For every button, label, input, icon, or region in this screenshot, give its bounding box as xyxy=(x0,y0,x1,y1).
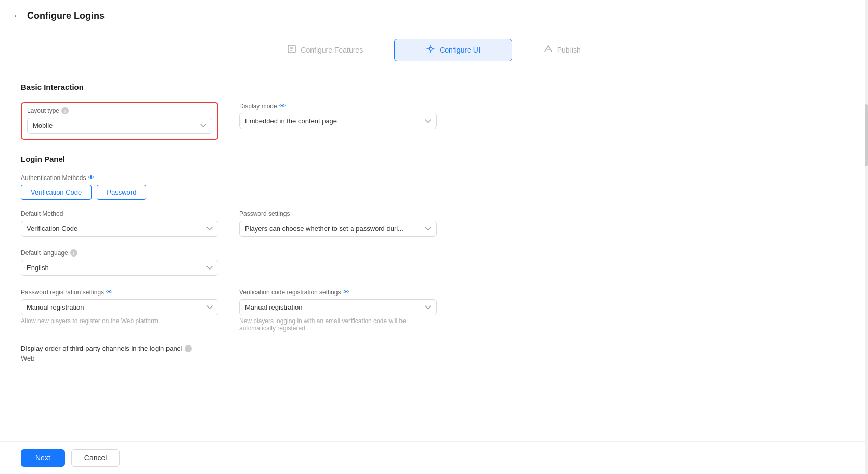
verification-registration-select[interactable]: Manual registration Automatic registrati… xyxy=(239,299,437,315)
default-method-select[interactable]: Verification Code Password xyxy=(21,221,218,237)
display-mode-group: Display mode 👁 Embedded in the content p… xyxy=(239,102,437,140)
default-language-select[interactable]: English Chinese French Spanish xyxy=(21,260,218,276)
next-button[interactable]: Next xyxy=(21,449,65,467)
auth-methods-buttons: Verification Code Password xyxy=(21,185,847,200)
password-registration-eye-icon[interactable]: 👁 xyxy=(106,288,113,296)
configure-ui-icon xyxy=(426,44,435,56)
password-settings-group: Password settings Players can choose whe… xyxy=(239,210,437,237)
password-registration-label: Password registration settings 👁 xyxy=(21,288,218,296)
step-configure-features[interactable]: Configure Features xyxy=(256,39,394,61)
header: ← Configure Logins xyxy=(0,0,868,30)
password-registration-select[interactable]: Manual registration Automatic registrati… xyxy=(21,299,218,315)
display-mode-select[interactable]: Embedded in the content page Popup Redir… xyxy=(239,113,437,129)
third-party-section: Display order of third-party channels in… xyxy=(21,344,847,362)
back-button[interactable]: ← xyxy=(12,10,22,21)
layout-type-group: Layout type i Mobile Desktop xyxy=(21,102,218,140)
default-language-label: Default language i xyxy=(21,249,218,257)
password-registration-helper: Allow new players to register on the Web… xyxy=(21,317,218,325)
password-button[interactable]: Password xyxy=(97,185,146,200)
basic-interaction-title: Basic Interaction xyxy=(21,83,847,92)
third-party-label: Display order of third-party channels in… xyxy=(21,344,847,352)
scrollbar-thumb[interactable] xyxy=(865,104,868,166)
basic-interaction-row: Layout type i Mobile Desktop Display mod… xyxy=(21,102,847,140)
default-language-group: Default language i English Chinese Frenc… xyxy=(21,249,218,276)
default-language-info-icon[interactable]: i xyxy=(70,249,77,257)
layout-type-select[interactable]: Mobile Desktop xyxy=(27,118,212,134)
display-mode-label: Display mode 👁 xyxy=(239,102,437,110)
verification-registration-group: Verification code registration settings … xyxy=(239,288,437,332)
login-panel-section: Login Panel xyxy=(21,155,847,163)
registration-settings-row: Password registration settings 👁 Manual … xyxy=(21,288,847,332)
configure-features-icon xyxy=(287,44,296,56)
password-settings-spacer xyxy=(239,249,437,276)
publish-icon xyxy=(543,44,553,56)
page-wrapper: ← Configure Logins Configure Features xyxy=(0,0,868,474)
step-configure-ui-label: Configure UI xyxy=(439,46,481,54)
default-method-label: Default Method xyxy=(21,210,218,217)
layout-type-info-icon[interactable]: i xyxy=(61,107,69,114)
auth-methods-label: Authentication Methods 👁 xyxy=(21,174,847,182)
page-title: Configure Logins xyxy=(27,10,105,21)
display-mode-eye-icon[interactable]: 👁 xyxy=(279,102,286,110)
password-settings-select[interactable]: Players can choose whether to set a pass… xyxy=(239,221,437,237)
default-method-row: Default Method Verification Code Passwor… xyxy=(21,210,847,237)
cancel-button[interactable]: Cancel xyxy=(71,449,120,467)
third-party-info-icon[interactable]: i xyxy=(185,345,192,352)
scrollbar[interactable] xyxy=(865,0,868,474)
step-publish-label: Publish xyxy=(557,46,581,54)
step-publish[interactable]: Publish xyxy=(512,39,612,61)
step-configure-features-label: Configure Features xyxy=(301,46,363,54)
verification-code-button[interactable]: Verification Code xyxy=(21,185,92,200)
step-configure-ui[interactable]: Configure UI xyxy=(394,39,512,61)
layout-type-label: Layout type i xyxy=(27,107,212,114)
default-language-row: Default language i English Chinese Frenc… xyxy=(21,249,847,276)
default-method-group: Default Method Verification Code Passwor… xyxy=(21,210,218,237)
password-registration-group: Password registration settings 👁 Manual … xyxy=(21,288,218,332)
third-party-web: Web xyxy=(21,354,847,362)
verification-registration-helper: New players logging in with an email ver… xyxy=(239,317,437,332)
password-settings-label: Password settings xyxy=(239,210,437,217)
svg-point-4 xyxy=(429,47,432,50)
login-panel-title: Login Panel xyxy=(21,155,847,163)
step-navigation: Configure Features Configure UI xyxy=(0,30,868,70)
verification-registration-label: Verification code registration settings … xyxy=(239,288,437,296)
auth-methods-eye-icon[interactable]: 👁 xyxy=(88,174,95,182)
footer: Next Cancel xyxy=(0,441,868,474)
verification-registration-eye-icon[interactable]: 👁 xyxy=(343,288,349,296)
main-content: Basic Interaction Layout type i Mobile D… xyxy=(0,70,868,375)
